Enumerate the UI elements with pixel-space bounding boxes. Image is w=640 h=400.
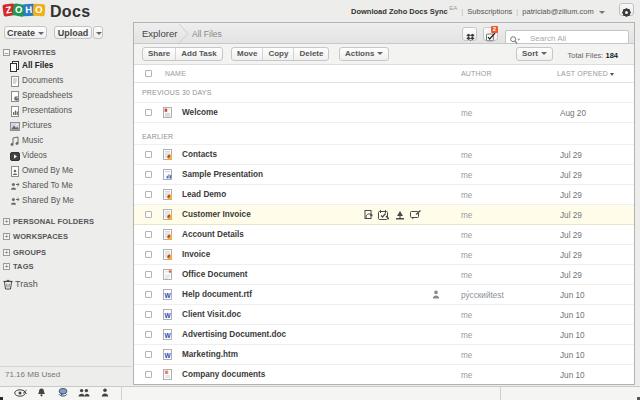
svg-text:W: W (164, 352, 171, 359)
svg-text:W: W (164, 292, 171, 299)
svg-text:W: W (164, 332, 171, 339)
svg-text:W: W (164, 312, 171, 319)
